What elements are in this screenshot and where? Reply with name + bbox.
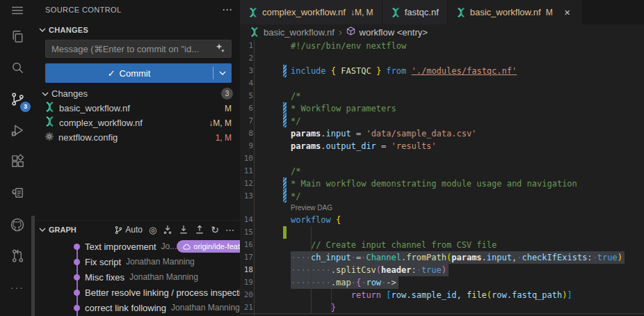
code-line-1[interactable]: 1#!/usr/bin/env nextflow (240, 40, 644, 52)
codelens-preview-dag[interactable]: Preview DAG (291, 203, 332, 214)
code-line-19[interactable]: 19········.map·{·row·-> (240, 276, 644, 289)
line-number: 1 (240, 40, 253, 52)
code-line-8[interactable]: 8params.input = 'data/sample_data.csv' (240, 127, 644, 140)
cloud-icon (182, 244, 191, 250)
code-line-5[interactable]: 5/* (240, 90, 644, 102)
commit-row[interactable]: Misc fixesJonathan Manning (35, 269, 240, 285)
code-line-15[interactable]: 15 (240, 226, 644, 239)
code-line-21[interactable]: 21 } (240, 301, 644, 314)
commit-title: Misc fixes (85, 272, 124, 283)
code-line-7[interactable]: 7*/ (240, 115, 644, 127)
source-control-icon[interactable]: 3 (0, 84, 35, 115)
check-icon: ✓ (108, 68, 115, 79)
commit-author: Jonathan Manning (126, 257, 195, 267)
more-actions-icon[interactable]: ··· (0, 271, 35, 303)
breadcrumb-file[interactable]: basic_workflow.nf (264, 27, 335, 38)
scm-file-row[interactable]: complex_workflow.nf↓M, M (35, 116, 240, 130)
tab-basic_workflow.nf[interactable]: basic_workflow.nfM× (448, 0, 583, 24)
line-number: 10 (240, 152, 253, 165)
indent-guide (311, 226, 312, 314)
chevron-down-icon[interactable] (39, 228, 46, 232)
code-line-9[interactable]: 9params.output_dir = 'results' (240, 140, 644, 152)
code-text: ········.map·{·row·-> (291, 276, 399, 289)
refresh-icon[interactable]: ↻ (211, 226, 219, 235)
gutter-modified-marker (283, 65, 287, 77)
fetch-icon[interactable] (163, 225, 172, 235)
line-number: 19 (240, 276, 253, 289)
explorer-icon[interactable] (0, 21, 35, 52)
code-text: #!/usr/bin/env nextflow (291, 40, 406, 52)
extensions-icon[interactable] (0, 146, 35, 177)
push-icon[interactable] (195, 225, 204, 235)
code-line-20[interactable]: 20 return [row.sample_id, file(row.fastq… (240, 289, 644, 301)
code-line-3[interactable]: 3include { FASTQC } from './modules/fast… (240, 65, 644, 77)
graph-toolbar: Auto ◎ ↻ ⋯ (114, 225, 234, 235)
breadcrumb[interactable]: basic_workflow.nf › workflow <entry> (240, 24, 644, 40)
sparkle-icon[interactable] (215, 42, 225, 56)
code-text: * Workflow parameters (291, 102, 396, 115)
run-debug-icon[interactable] (0, 115, 35, 146)
graph-section-title: GRAPH (49, 226, 77, 234)
commit-button[interactable]: ✓ Commit (45, 63, 232, 83)
branch-ref-badge[interactable]: origin/ide-featu... (177, 240, 240, 253)
code-line-10[interactable]: 10 (240, 152, 644, 165)
code-editor[interactable]: 1#!/usr/bin/env nextflow23include { FAST… (240, 40, 644, 316)
close-icon[interactable]: × (561, 6, 574, 19)
code-text: */ (291, 190, 300, 203)
commit-row[interactable]: Text improvementJo...origin/ide-featu... (35, 239, 240, 254)
code-text: * Main workflow demonstrating module usa… (291, 177, 577, 190)
commit-dropdown-button[interactable] (214, 63, 232, 83)
nextflow-file-icon (248, 8, 258, 17)
line-number: 11 (240, 165, 253, 177)
changes-section-header[interactable]: CHANGES (39, 24, 233, 36)
commit-message-input[interactable]: Message (⌘Enter to commit on "id... (45, 40, 232, 58)
search-icon[interactable] (0, 52, 35, 84)
tab-label: basic_workflow.nf (470, 7, 541, 17)
line-number: 16 (240, 239, 253, 251)
code-line-2[interactable]: 2 (240, 52, 644, 65)
tab-fastqc.nf[interactable]: fastqc.nf (383, 0, 448, 24)
nextflow-file-icon (45, 102, 55, 115)
vscode-window: 3 ··· SOURCE CONTROL ⋯ (0, 0, 644, 316)
scm-file-row[interactable]: basic_workflow.nfM (35, 101, 240, 116)
pull-icon[interactable] (179, 225, 188, 235)
commit-row[interactable]: Better resolve linking / process inspect… (35, 285, 240, 300)
menu-icon[interactable] (0, 0, 35, 21)
tab-label: fastqc.nf (405, 7, 439, 17)
changes-count-badge: 3 (221, 88, 233, 100)
commit-dot-icon (74, 259, 80, 265)
gutter-modified-marker (283, 102, 287, 115)
breadcrumb-symbol[interactable]: workflow <entry> (360, 27, 428, 38)
code-text: params.input = 'data/sample_data.csv' (291, 127, 476, 140)
commit-list: Text improvementJo...origin/ide-featu...… (35, 239, 240, 316)
tab-complex_workflow.nf[interactable]: complex_workflow.nf↓M, M (240, 0, 383, 24)
code-line-11[interactable]: 11/* (240, 165, 644, 177)
commit-dot-icon (74, 244, 80, 250)
file-history-icon[interactable] (0, 177, 35, 209)
code-line-16[interactable]: 16 // Create input channel from CSV file (240, 239, 644, 251)
code-line-14[interactable]: 14workflow { (240, 214, 644, 226)
changes-tree-header[interactable]: Changes 3 (42, 86, 233, 101)
line-number: 15 (240, 226, 253, 239)
git-pull-request-icon[interactable] (0, 240, 35, 271)
sidebar-more-icon[interactable]: ⋯ (222, 6, 233, 13)
nextflow-file-icon (45, 116, 55, 129)
activity-bar: 3 ··· (0, 0, 35, 316)
graph-more-icon[interactable]: ⋯ (225, 226, 234, 235)
commit-message-placeholder: Message (⌘Enter to commit on "id... (51, 44, 212, 54)
target-icon[interactable]: ◎ (149, 226, 156, 235)
code-line-6[interactable]: 6* Workflow parameters (240, 102, 644, 115)
github-icon[interactable] (0, 209, 35, 240)
nextflow-file-icon (250, 27, 259, 37)
code-line-13[interactable]: 13*/ (240, 190, 644, 203)
line-number: 7 (240, 115, 253, 127)
code-line-17[interactable]: 17····ch_input·=·Channel.fromPath(params… (240, 251, 644, 264)
auto-branch-picker[interactable]: Auto (114, 225, 143, 235)
code-text: ········.splitCsv(header:·true) (291, 264, 449, 276)
commit-row[interactable]: Fix scriptJonathan Manning (35, 254, 240, 269)
code-line-12[interactable]: 12* Main workflow demonstrating module u… (240, 177, 644, 190)
scm-file-row[interactable]: nextflow.config1, M (35, 130, 240, 145)
code-line-4[interactable]: 4 (240, 77, 644, 90)
commit-row[interactable]: correct link followingJonathan Manning (35, 300, 240, 315)
code-line-18[interactable]: 18········.splitCsv(header:·true) (240, 264, 644, 276)
